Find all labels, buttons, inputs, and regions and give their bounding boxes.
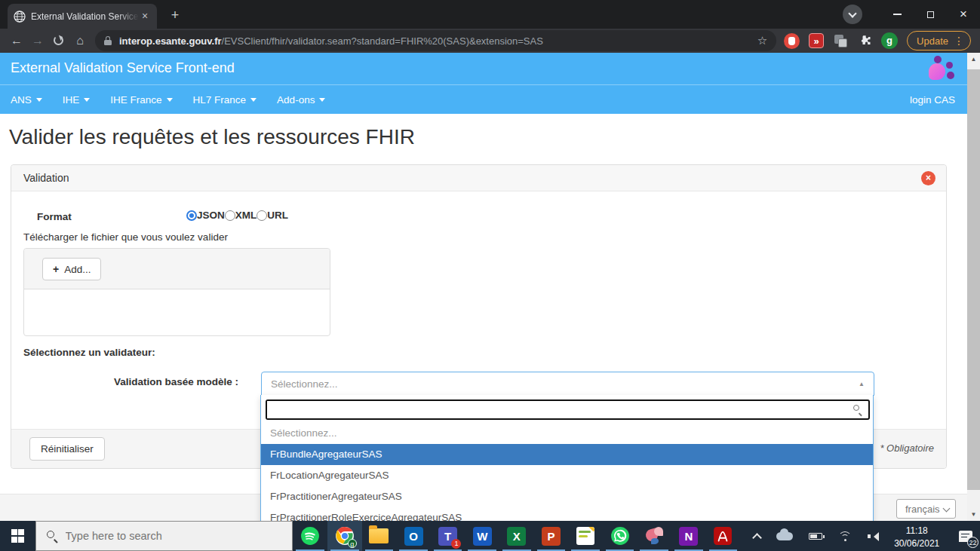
url-domain: interop.esante.gouv.fr bbox=[119, 35, 222, 47]
teams-icon[interactable]: T 1 bbox=[431, 521, 465, 551]
add-file-button[interactable]: + Add... bbox=[42, 258, 101, 280]
onedrive-cloud-icon[interactable] bbox=[776, 532, 793, 540]
dropdown-search-box[interactable] bbox=[266, 399, 870, 420]
login-cas-link[interactable]: login CAS bbox=[910, 94, 955, 106]
url-path: /EVSClient/fhir/validator.seam?standard=… bbox=[222, 35, 543, 47]
update-button[interactable]: Update ⋮ bbox=[907, 31, 971, 51]
nav-item-ihe[interactable]: IHE bbox=[63, 94, 91, 106]
drawing-app-icon[interactable] bbox=[568, 521, 603, 551]
scroll-down-icon[interactable]: ▼ bbox=[967, 508, 980, 521]
nav-item-hl7-france[interactable]: HL7 France bbox=[193, 94, 257, 106]
clock-date: 30/06/2021 bbox=[893, 537, 940, 550]
nav-item-ihe-france[interactable]: IHE France bbox=[110, 94, 172, 106]
battery-icon[interactable] bbox=[809, 533, 822, 540]
back-button[interactable]: ← bbox=[6, 30, 27, 51]
nav-item-ans[interactable]: ANS bbox=[11, 94, 42, 106]
panel-title: Validation bbox=[23, 172, 69, 184]
excel-icon[interactable]: X bbox=[499, 521, 534, 551]
tab-close-icon[interactable]: × bbox=[139, 11, 151, 23]
browser-toolbar: ← → ⌂ interop.esante.gouv.fr/EVSClient/f… bbox=[0, 29, 980, 53]
taskbar-search[interactable] bbox=[35, 521, 293, 551]
validator-dropdown: Sélectionnez... FrBundleAgregateurSAS Fr… bbox=[260, 395, 874, 521]
pink-app-icon[interactable] bbox=[637, 521, 671, 551]
radio-url-label[interactable]: URL bbox=[267, 210, 288, 221]
language-select[interactable]: français bbox=[896, 499, 956, 519]
validator-select[interactable]: Sélectionnez... ▲ bbox=[261, 372, 874, 396]
new-tab-button[interactable]: + bbox=[166, 7, 184, 25]
system-tray bbox=[754, 521, 880, 551]
fast-forward-extension-icon[interactable]: » bbox=[809, 33, 824, 48]
chrome-profile-badge: g bbox=[348, 539, 357, 548]
whatsapp-icon[interactable] bbox=[603, 521, 637, 551]
window-restore-button[interactable] bbox=[914, 0, 947, 29]
scrollbar-thumb[interactable] bbox=[967, 69, 980, 490]
extensions-puzzle-icon[interactable] bbox=[857, 33, 872, 48]
bookmark-star-icon[interactable]: ☆ bbox=[757, 34, 767, 47]
dropdown-option[interactable]: FrLocationAgregateurSAS bbox=[261, 465, 873, 486]
panel-close-icon[interactable]: × bbox=[921, 171, 935, 185]
outlook-icon[interactable]: O bbox=[396, 521, 431, 551]
caret-down-icon bbox=[84, 98, 90, 105]
validator-heading: Sélectionnez un validateur: bbox=[23, 347, 155, 358]
home-button[interactable]: ⌂ bbox=[69, 30, 91, 51]
tray-chevron-up-icon[interactable] bbox=[752, 533, 762, 543]
dropdown-option-highlighted[interactable]: FrBundleAgregateurSAS bbox=[261, 444, 873, 465]
address-bar[interactable]: interop.esante.gouv.fr/EVSClient/fhir/va… bbox=[95, 30, 776, 51]
lock-icon[interactable] bbox=[104, 36, 112, 45]
tabs-extension-icon[interactable] bbox=[833, 33, 848, 48]
adblock-hand-extension-icon[interactable] bbox=[784, 33, 800, 49]
spotify-icon[interactable] bbox=[293, 521, 327, 551]
required-note: * Obligatoire bbox=[880, 442, 934, 454]
dropdown-option[interactable]: FrPractitionerAgregateurSAS bbox=[261, 486, 873, 507]
file-explorer-icon[interactable] bbox=[362, 521, 397, 551]
format-radio-group: JSON XML URL bbox=[186, 210, 288, 221]
radio-json[interactable] bbox=[186, 210, 197, 221]
upload-help-text: Télécharger le fichier que vous voulez v… bbox=[23, 231, 228, 243]
caret-down-icon bbox=[167, 98, 173, 105]
page-viewport: External Validation Service Front-end AN… bbox=[0, 53, 980, 521]
clock-time: 11:18 bbox=[893, 525, 940, 537]
radio-json-label[interactable]: JSON bbox=[197, 210, 225, 221]
volume-icon[interactable] bbox=[868, 531, 880, 541]
radio-xml[interactable] bbox=[225, 210, 235, 221]
taskbar-search-input[interactable] bbox=[66, 530, 269, 542]
start-button[interactable] bbox=[0, 521, 35, 551]
forward-button[interactable]: → bbox=[27, 30, 48, 51]
globe-favicon-icon bbox=[14, 11, 26, 23]
acrobat-icon[interactable] bbox=[706, 521, 741, 551]
chrome-icon[interactable]: g bbox=[327, 521, 362, 551]
page-title: Valider les requêtes et les ressources F… bbox=[9, 125, 415, 149]
reset-button[interactable]: Réinitialiser bbox=[29, 437, 105, 461]
browser-tab[interactable]: External Validation Service Front × bbox=[8, 4, 157, 29]
window-controls: × bbox=[843, 0, 980, 29]
search-icon bbox=[47, 531, 58, 542]
radio-url[interactable] bbox=[257, 210, 267, 221]
action-center-button[interactable]: 22 bbox=[951, 521, 980, 551]
select-value: Sélectionnez... bbox=[271, 378, 338, 390]
nav-item-addons[interactable]: Add-ons bbox=[277, 94, 325, 106]
wifi-icon[interactable] bbox=[838, 531, 852, 541]
reload-button[interactable] bbox=[48, 30, 69, 51]
onenote-icon[interactable]: N bbox=[671, 521, 706, 551]
scroll-up-icon[interactable]: ▲ bbox=[967, 53, 980, 66]
ans-logo-icon bbox=[927, 56, 954, 81]
window-close-button[interactable]: × bbox=[947, 0, 980, 29]
file-upload-widget: + Add... bbox=[23, 248, 330, 336]
taskbar-clock[interactable]: 11:18 30/06/2021 bbox=[893, 521, 940, 551]
window-minimize-button[interactable] bbox=[880, 0, 914, 29]
radio-xml-label[interactable]: XML bbox=[235, 210, 257, 221]
word-icon[interactable]: W bbox=[465, 521, 499, 551]
dropdown-option[interactable]: FrPractitionerRoleExerciceAgregateurSAS bbox=[261, 507, 873, 521]
dropdown-search-input[interactable] bbox=[267, 401, 846, 418]
site-title: External Validation Service Front-end bbox=[11, 60, 235, 76]
search-icon bbox=[853, 405, 863, 415]
powerpoint-icon[interactable]: P bbox=[534, 521, 569, 551]
chrome-profile-menu-icon[interactable] bbox=[843, 5, 862, 24]
page-scrollbar[interactable]: ▲ ▼ bbox=[967, 53, 980, 521]
profile-avatar[interactable]: g bbox=[881, 32, 898, 49]
model-validation-label: Validation basée modèle : bbox=[114, 376, 238, 387]
teams-badge: 1 bbox=[451, 539, 461, 549]
browser-menu-icon[interactable]: ⋮ bbox=[954, 35, 964, 47]
dropdown-option[interactable]: Sélectionnez... bbox=[261, 423, 873, 444]
panel-header: Validation × bbox=[11, 165, 946, 191]
